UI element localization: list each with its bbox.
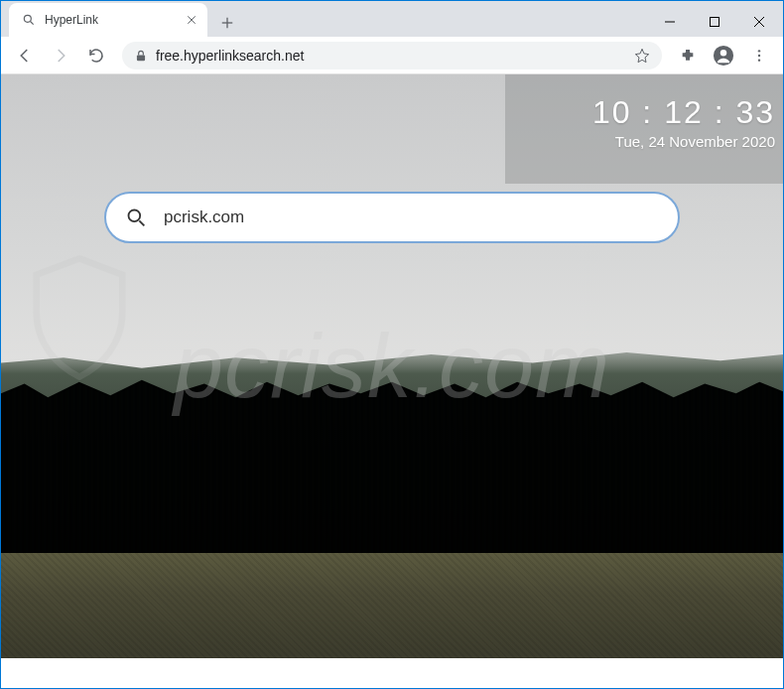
background-ground [1, 553, 783, 658]
browser-window: HyperLink free.hyperlinksea [0, 0, 784, 689]
svg-point-12 [720, 50, 726, 56]
search-container [104, 192, 680, 243]
new-tab-button[interactable] [213, 9, 241, 37]
search-box[interactable] [104, 192, 680, 243]
svg-point-16 [129, 210, 141, 222]
browser-tab[interactable]: HyperLink [9, 3, 207, 37]
url-text: free.hyperlinksearch.net [156, 48, 626, 64]
background-trees [1, 378, 783, 571]
reload-button[interactable] [80, 40, 112, 71]
bookmark-star-icon[interactable] [634, 48, 650, 64]
lock-icon [134, 49, 148, 63]
profile-button[interactable] [708, 40, 739, 71]
close-window-button[interactable] [736, 8, 781, 36]
svg-point-0 [24, 15, 31, 22]
clock-widget: 10 : 12 : 33 Tue, 24 November 2020 [592, 94, 775, 150]
svg-point-15 [758, 59, 760, 61]
minimize-button[interactable] [647, 8, 692, 36]
tab-strip: HyperLink [1, 1, 783, 37]
page-content: pcrisk.com 10 : 12 : 33 Tue, 24 November… [1, 74, 783, 658]
tab-close-icon[interactable] [184, 12, 199, 28]
svg-line-17 [139, 220, 144, 225]
kebab-menu-button[interactable] [743, 40, 775, 71]
browser-toolbar: free.hyperlinksearch.net [1, 37, 783, 74]
svg-line-1 [31, 22, 34, 25]
clock-date: Tue, 24 November 2020 [592, 133, 775, 150]
address-bar[interactable]: free.hyperlinksearch.net [122, 42, 662, 69]
tab-title: HyperLink [45, 13, 176, 27]
back-button[interactable] [9, 40, 41, 71]
search-favicon-icon [21, 12, 37, 28]
clock-time: 10 : 12 : 33 [592, 94, 775, 131]
search-icon [126, 207, 146, 227]
svg-point-14 [758, 54, 760, 56]
window-controls [645, 7, 783, 37]
maximize-button[interactable] [692, 8, 736, 36]
extensions-button[interactable] [672, 40, 704, 71]
search-input[interactable] [164, 207, 658, 227]
svg-point-13 [758, 50, 760, 52]
svg-rect-10 [137, 55, 145, 61]
svg-rect-7 [710, 18, 719, 27]
forward-button[interactable] [45, 40, 76, 71]
